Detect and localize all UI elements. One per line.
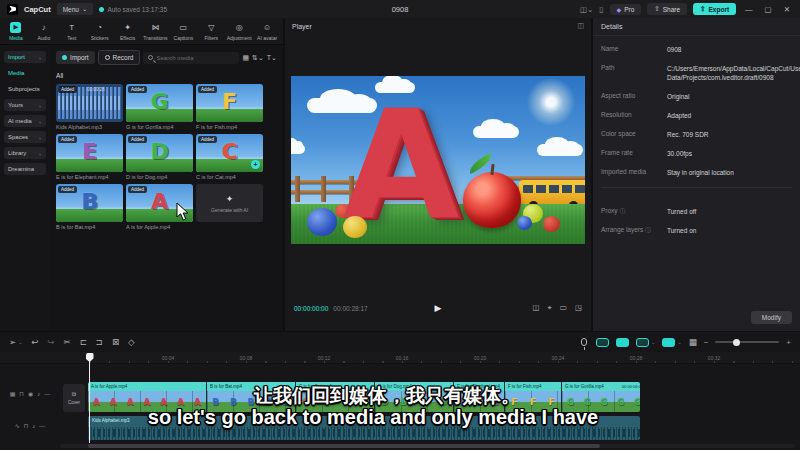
zoom-handle[interactable] bbox=[733, 339, 740, 346]
mask-button[interactable]: ◇ bbox=[128, 337, 135, 347]
detail-row: Imported mediaStay in original location bbox=[601, 168, 792, 177]
undo-button[interactable]: ↩ bbox=[31, 337, 38, 347]
split-button[interactable]: ✂ bbox=[64, 337, 71, 347]
delete-button[interactable]: ⊠ bbox=[112, 337, 119, 347]
tab-label: Filters bbox=[204, 35, 218, 41]
pro-button[interactable]: ◆Pro bbox=[610, 4, 642, 15]
select-tool-button[interactable]: ➢⌄ bbox=[9, 337, 22, 347]
media-tile-g-is-for-gorilla-mp4[interactable]: GAddedG is for Gorilla.mp4 bbox=[126, 84, 193, 130]
tab-ai-avatar[interactable]: ☺AI avatar bbox=[253, 18, 281, 44]
cover-button[interactable]: ⧉ Cover bbox=[63, 384, 85, 412]
sidebar-item-label: Dreamina bbox=[8, 166, 34, 172]
lock-icon[interactable]: ⊓ bbox=[19, 390, 24, 397]
zoom-in-button[interactable]: + bbox=[786, 338, 791, 347]
collapse-icon[interactable]: — bbox=[39, 423, 45, 429]
sidebar: Import⌄MediaSubprojectsYours⌄AI media⌄Sp… bbox=[0, 45, 50, 331]
menu-button[interactable]: Menu⌄ bbox=[57, 3, 94, 15]
clip-duration: 00:00:06:09 bbox=[620, 384, 640, 389]
mute-track-icon[interactable]: ♪ bbox=[32, 423, 35, 429]
magnetic-snap-toggle[interactable] bbox=[616, 338, 629, 347]
play-button[interactable]: ▶ bbox=[435, 303, 442, 313]
tab-audio[interactable]: ♪Audio bbox=[30, 18, 58, 44]
media-tile-kids-alphabet-mp3[interactable]: Added00:00:28Kids Alphabet.mp3 bbox=[56, 84, 123, 130]
media-tile-b-is-for-bat-mp4[interactable]: BAddedB is for Bat.mp4 bbox=[56, 184, 123, 230]
tab-effects[interactable]: ✦Effects bbox=[114, 18, 142, 44]
media-tile-f-is-for-fish-mp4[interactable]: FAddedF is for Fish.mp4 bbox=[196, 84, 263, 130]
generate-with-ai-tile[interactable]: ✦Generate with AI bbox=[196, 184, 263, 230]
close-button[interactable]: ✕ bbox=[781, 5, 793, 14]
generate-box[interactable]: ✦Generate with AI bbox=[196, 184, 263, 222]
sidebar-item-library[interactable]: Library⌄ bbox=[4, 147, 46, 159]
filter-type-icon[interactable]: T⌄ bbox=[267, 54, 277, 62]
voiceover-mic-icon[interactable] bbox=[581, 338, 587, 346]
sidebar-item-spaces[interactable]: Spaces⌄ bbox=[4, 131, 46, 143]
mirror-preview-icon[interactable]: ◫ bbox=[532, 303, 539, 313]
player-options-icon[interactable]: ◫ bbox=[577, 22, 584, 30]
layout-toggle-icon[interactable]: ◫⌄ bbox=[580, 5, 593, 14]
sort-icon[interactable]: ⇅⌄ bbox=[252, 54, 264, 62]
sidebar-item-dreamina[interactable]: Dreamina bbox=[4, 163, 46, 175]
mute-track-icon[interactable]: ♪ bbox=[37, 391, 40, 397]
playhead[interactable] bbox=[89, 353, 90, 443]
lock-icon[interactable]: ⊓ bbox=[24, 422, 29, 429]
fullscreen-icon[interactable]: ◳ bbox=[575, 303, 582, 313]
clip-name-label[interactable]: G is for Gorilla.mp400:00:06:09 bbox=[562, 382, 640, 391]
tab-captions[interactable]: ▭Captions bbox=[169, 18, 197, 44]
audio-link-toggle[interactable]: ⌄ bbox=[662, 338, 681, 347]
audio-icon: ♪ bbox=[38, 22, 49, 33]
search-input[interactable] bbox=[156, 55, 234, 61]
tab-text[interactable]: TText bbox=[58, 18, 86, 44]
timeline-ruler[interactable]: 00:0400:0800:1200:1600:2000:2400:2800:32 bbox=[0, 352, 800, 364]
details-title: Details bbox=[601, 23, 622, 30]
media-tile-c-is-for-cat-mp4[interactable]: CAdded+C is for Cat.mp4 bbox=[196, 134, 263, 180]
tab-adjustment[interactable]: ◎Adjustment bbox=[225, 18, 253, 44]
clip-letter: A bbox=[177, 397, 184, 407]
collapse-icon[interactable]: — bbox=[44, 391, 50, 397]
media-tile-name: C is for Cat.mp4 bbox=[196, 174, 263, 180]
export-button[interactable]: ⇧Export bbox=[693, 3, 736, 15]
ratio-icon[interactable]: ▭ bbox=[560, 303, 567, 313]
link-toggle[interactable] bbox=[596, 338, 609, 347]
video-track-header: ▦ ⊓ ◉ ♪ — bbox=[0, 390, 60, 397]
tab-stickers[interactable]: ◔Stickers bbox=[86, 18, 114, 44]
scrollbar-thumb[interactable] bbox=[88, 444, 600, 448]
grid-view-icon[interactable]: ▦ bbox=[242, 54, 249, 62]
cursor-icon: ➢ bbox=[9, 337, 16, 347]
tab-filters[interactable]: ▽Filters bbox=[197, 18, 225, 44]
sidebar-item-ai-media[interactable]: AI media⌄ bbox=[4, 115, 46, 127]
sidebar-item-yours[interactable]: Yours⌄ bbox=[4, 99, 46, 111]
trim-right-button[interactable]: ⊐ bbox=[96, 337, 103, 347]
share-button[interactable]: ⇧Share bbox=[647, 3, 687, 15]
autoscroll-toggle[interactable]: ⌄ bbox=[636, 338, 655, 347]
preview-axis-icon[interactable]: ▦ bbox=[689, 337, 697, 347]
sidebar-item-import[interactable]: Import⌄ bbox=[4, 51, 46, 63]
media-tile-name: B is for Bat.mp4 bbox=[56, 224, 123, 230]
media-tile-e-is-for-elephant-mp4[interactable]: EAddedE is for Elephant.mp4 bbox=[56, 134, 123, 180]
tab-transitions[interactable]: ⋈Transitions bbox=[142, 18, 170, 44]
maximize-button[interactable]: ▢ bbox=[762, 5, 775, 14]
tab-media[interactable]: ▶Media bbox=[2, 18, 30, 44]
search-box[interactable] bbox=[143, 52, 239, 64]
panel-toggle-icon[interactable]: ▯ bbox=[599, 5, 603, 14]
trim-left-button[interactable]: ⊏ bbox=[80, 337, 87, 347]
import-button[interactable]: Import bbox=[56, 51, 94, 64]
preview-quality-icon[interactable]: ⌖ bbox=[548, 303, 552, 313]
horizontal-scrollbar[interactable] bbox=[60, 444, 795, 448]
timeline-zoom-slider[interactable] bbox=[715, 341, 779, 343]
details-rows: Name0908PathC:/Users/Emerson/AppData/Loc… bbox=[593, 36, 800, 177]
clip-name: A is for Apple.mp4 bbox=[91, 384, 127, 389]
hide-track-icon[interactable]: ◉ bbox=[28, 390, 33, 397]
minimize-button[interactable]: — bbox=[742, 5, 756, 14]
media-tile-name: D is for Dog.mp4 bbox=[126, 174, 193, 180]
record-button[interactable]: Record bbox=[98, 50, 141, 65]
sidebar-item-subprojects[interactable]: Subprojects bbox=[4, 83, 46, 95]
video-preview[interactable]: A bbox=[291, 76, 585, 244]
clip-name-label[interactable]: A is for Apple.mp4 bbox=[88, 382, 206, 391]
modify-button[interactable]: Modify bbox=[751, 311, 792, 324]
import-dot-icon bbox=[62, 55, 67, 60]
redo-button[interactable]: ↪ bbox=[47, 337, 54, 347]
media-tile-d-is-for-dog-mp4[interactable]: DAddedD is for Dog.mp4 bbox=[126, 134, 193, 180]
zoom-out-button[interactable]: − bbox=[704, 338, 709, 347]
sidebar-item-media[interactable]: Media bbox=[4, 67, 46, 79]
fence-post bbox=[321, 176, 326, 202]
